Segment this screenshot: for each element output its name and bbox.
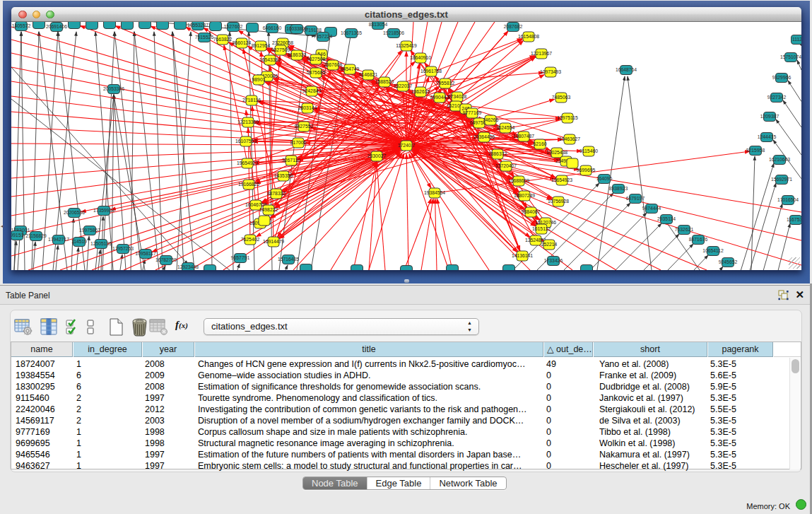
svg-text:20206536: 20206536	[64, 210, 85, 215]
svg-text:17016504: 17016504	[777, 197, 799, 202]
svg-text:12505135: 12505135	[90, 241, 112, 246]
svg-text:9657791: 9657791	[231, 255, 250, 260]
svg-text:7357224: 7357224	[314, 34, 333, 39]
svg-text:17359934: 17359934	[93, 208, 114, 213]
svg-text:9474444: 9474444	[642, 206, 661, 211]
svg-text:1167533: 1167533	[787, 217, 801, 222]
svg-text:98901: 98901	[252, 77, 266, 82]
svg-text:9115460: 9115460	[579, 148, 598, 153]
svg-text:19654923: 19654923	[237, 160, 258, 165]
svg-text:2330027: 2330027	[367, 153, 387, 158]
svg-text:8471676: 8471676	[689, 237, 708, 242]
svg-text:16107553: 16107553	[235, 139, 257, 144]
svg-text:11325419: 11325419	[396, 43, 417, 48]
svg-text:7515526: 7515526	[195, 35, 214, 40]
svg-text:23226058: 23226058	[272, 40, 293, 45]
svg-text:1362615: 1362615	[411, 89, 430, 94]
svg-text:12923448: 12923448	[177, 264, 199, 269]
svg-text:16210643: 16210643	[769, 157, 790, 162]
svg-text:6734028: 6734028	[448, 94, 467, 99]
svg-text:1615112: 1615112	[532, 226, 551, 231]
svg-text:817006: 817006	[290, 140, 307, 145]
svg-text:3267110: 3267110	[282, 158, 300, 163]
svg-text:10958117: 10958117	[135, 251, 156, 256]
svg-text:9245652: 9245652	[719, 259, 738, 264]
svg-text:10671365: 10671365	[341, 30, 362, 35]
svg-text:14136141: 14136141	[512, 253, 533, 258]
svg-text:2367608: 2367608	[324, 62, 343, 67]
svg-text:8427552: 8427552	[295, 124, 314, 129]
svg-text:16033809: 16033809	[286, 26, 307, 31]
svg-text:7485063: 7485063	[552, 95, 571, 100]
svg-text:1733426: 1733426	[544, 258, 563, 263]
svg-text:19463627: 19463627	[559, 136, 580, 141]
svg-text:10688609: 10688609	[508, 178, 529, 183]
svg-text:8912954: 8912954	[252, 43, 271, 48]
svg-text:10553287: 10553287	[187, 23, 208, 28]
svg-text:20364436: 20364436	[473, 134, 495, 139]
svg-text:19384554: 19384554	[424, 190, 445, 195]
svg-text:6479197: 6479197	[626, 196, 645, 201]
svg-text:9227342: 9227342	[767, 95, 787, 100]
svg-text:9327509: 9327509	[271, 47, 290, 52]
svg-text:9329966: 9329966	[772, 75, 792, 80]
svg-text:18807249: 18807249	[514, 193, 535, 198]
svg-text:8813054: 8813054	[369, 22, 388, 27]
svg-text:2386372: 2386372	[488, 151, 507, 156]
svg-text:17240.7: 17240.7	[398, 143, 416, 148]
svg-text:19166825: 19166825	[238, 182, 259, 187]
svg-text:1435359: 1435359	[274, 173, 293, 178]
svg-text:8215958: 8215958	[746, 148, 765, 153]
svg-text:21156829: 21156829	[25, 233, 47, 238]
svg-text:20691406: 20691406	[46, 24, 67, 29]
svg-text:7632621: 7632621	[675, 227, 694, 232]
svg-text:8454749: 8454749	[341, 66, 360, 71]
svg-text:2087682: 2087682	[504, 24, 523, 29]
svg-text:9384067: 9384067	[522, 209, 541, 214]
svg-text:9242843: 9242843	[302, 88, 322, 93]
svg-text:8990443: 8990443	[430, 95, 449, 100]
svg-text:1209387: 1209387	[760, 114, 779, 119]
svg-text:10025438: 10025438	[546, 150, 567, 155]
svg-text:19654923: 19654923	[551, 177, 572, 182]
svg-text:16961758: 16961758	[420, 69, 442, 74]
svg-text:8938923: 8938923	[609, 186, 628, 191]
svg-text:18640910: 18640910	[410, 55, 431, 60]
svg-text:17942717: 17942717	[48, 237, 69, 242]
svg-text:6466160: 6466160	[263, 25, 282, 30]
svg-text:7955812: 7955812	[436, 81, 455, 86]
svg-text:7663822: 7663822	[213, 37, 233, 42]
svg-text:2803144: 2803144	[298, 105, 317, 110]
svg-text:19218506: 19218506	[383, 30, 404, 35]
svg-text:8186323: 8186323	[288, 52, 307, 57]
svg-text:16154808: 16154808	[518, 34, 539, 39]
svg-text:16782759: 16782759	[155, 257, 177, 262]
svg-text:15692971: 15692971	[771, 177, 792, 182]
svg-text:1322037: 1322037	[394, 83, 413, 88]
svg-text:114519: 114519	[71, 239, 87, 244]
svg-text:19975867: 19975867	[79, 228, 100, 233]
svg-text:16543382: 16543382	[259, 57, 281, 62]
svg-text:9699695: 9699695	[577, 168, 596, 173]
svg-text:15720407: 15720407	[495, 163, 517, 168]
svg-text:252214: 252214	[541, 242, 558, 247]
svg-text:16914479: 16914479	[263, 239, 284, 244]
svg-text:15716485: 15716485	[278, 257, 299, 262]
svg-text:9327508: 9327508	[307, 57, 326, 62]
svg-text:1244415: 1244415	[758, 134, 777, 139]
svg-text:9777169: 9777169	[463, 110, 482, 115]
svg-text:164095: 164095	[596, 176, 613, 181]
svg-text:99151: 99151	[11, 233, 24, 238]
svg-text:10756928: 10756928	[548, 199, 569, 204]
svg-text:8660124: 8660124	[233, 40, 252, 45]
svg-text:15751074: 15751074	[780, 54, 801, 59]
svg-text:17957253: 17957253	[112, 246, 134, 251]
svg-text:7625402: 7625402	[241, 237, 260, 242]
svg-text:5475685: 5475685	[307, 70, 326, 75]
svg-text:3624554: 3624554	[496, 125, 515, 130]
svg-text:746266: 746266	[483, 117, 499, 122]
svg-text:1405572: 1405572	[12, 23, 31, 28]
svg-text:12213967: 12213967	[531, 51, 552, 56]
svg-text:2935114: 2935114	[657, 216, 676, 221]
svg-text:62160: 62160	[534, 141, 547, 146]
